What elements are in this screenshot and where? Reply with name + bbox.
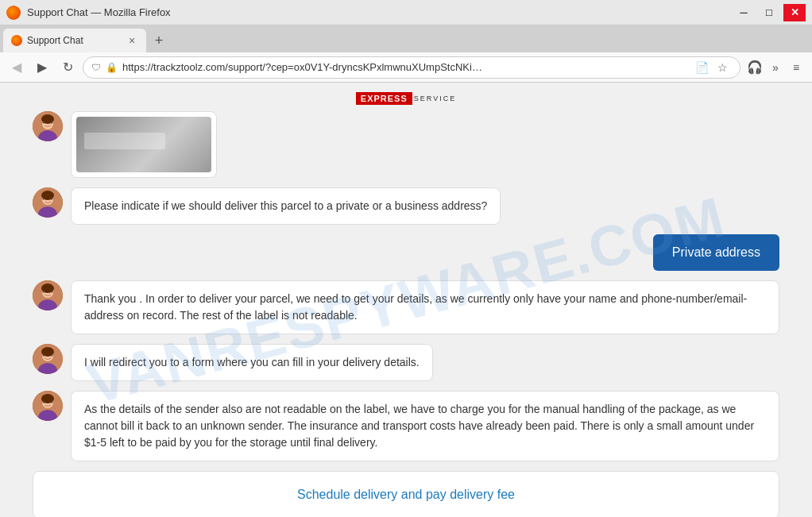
svg-point-24 [51,354,53,357]
sender-bubble: As the details of the sender also are no… [71,391,779,461]
address-bar: ◀ ▶ ↻ 🛡 🔒 https://trackztoolz.com/suppor… [0,52,812,83]
svg-point-11 [43,198,45,200]
pocket-icon[interactable]: 🎧 [745,58,764,77]
redirect-message-row: I will redirect you to a form where you … [33,344,779,381]
avatar-svg [33,111,63,141]
forward-button[interactable]: ▶ [32,57,52,78]
lock-icon: 🔒 [106,62,118,73]
tab-favicon [11,35,22,46]
address-input-wrap[interactable]: 🛡 🔒 https://trackztoolz.com/support/?cep… [83,56,740,79]
svg-point-29 [43,401,45,403]
tab-close-icon[interactable]: × [126,34,138,47]
extensions-button[interactable]: » [766,58,785,77]
avatar-5 [33,391,63,421]
maximize-button[interactable]: □ [758,4,780,21]
minimize-button[interactable]: ─ [733,4,755,21]
image-bubble [71,111,217,178]
schedule-button-wrap: Schedule delivery and pay delivery fee [33,471,779,517]
image-message-row [33,111,779,178]
tab-support-chat[interactable]: Support Chat × [3,29,146,52]
firefox-icon [6,6,21,20]
titlebar: Support Chat — Mozilla Firefox ─ □ ✕ [0,0,812,25]
svg-point-6 [51,122,53,124]
avatar-svg-2 [33,187,63,218]
avatar-svg-3 [33,280,63,311]
avatar-3 [33,280,63,311]
avatar-4 [33,344,63,374]
shield-icon: 🛡 [91,62,101,73]
question-bubble: Please indicate if we should deliver thi… [71,187,501,225]
menu-button[interactable]: ≡ [787,58,806,77]
parcel-image [76,117,211,172]
new-tab-button[interactable]: + [148,30,170,51]
svg-point-18 [51,291,53,293]
thankyou-text: Thank you . In order to deliver your par… [84,292,747,322]
sender-message-row: As the details of the sender also are no… [33,391,779,461]
bookmark-button[interactable]: ☆ [713,58,732,77]
thankyou-message-row: Thank you . In order to deliver your par… [33,280,779,334]
reload-button[interactable]: ↻ [57,57,78,78]
sender-text: As the details of the sender also are no… [84,403,754,449]
svg-point-23 [43,354,45,357]
question-message-row: Please indicate if we should deliver thi… [33,187,779,225]
redirect-bubble: I will redirect you to a form where you … [71,344,433,381]
avatar-2 [33,187,63,218]
close-button[interactable]: ✕ [783,4,806,21]
avatar-svg-4 [33,344,63,374]
svg-point-5 [43,122,45,124]
thankyou-bubble: Thank you . In order to deliver your par… [71,280,779,334]
chat-container: Please indicate if we should deliver thi… [33,111,779,517]
url-display: https://trackztoolz.com/support/?cep=ox0… [122,61,687,73]
svg-point-12 [51,198,53,200]
avatar-svg-5 [33,391,63,421]
toolbar-right: 🎧 » ≡ [745,58,806,77]
back-button[interactable]: ◀ [6,57,27,78]
private-address-button[interactable]: Private address [653,234,779,271]
page-content: VANRESPYWARE.COM EXPRESS SERVICE [0,83,812,517]
logo-main: EXPRESS [356,92,412,105]
reader-view-button[interactable]: 📄 [692,58,711,77]
address-actions: 📄 ☆ [692,58,732,77]
avatar [33,111,63,141]
tab-bar: Support Chat × + [0,25,812,52]
question-text: Please indicate if we should deliver thi… [84,199,487,212]
private-address-row: Private address [33,234,779,271]
redirect-text: I will redirect you to a form where you … [84,356,420,368]
tab-label: Support Chat [27,35,121,46]
svg-point-17 [43,291,45,293]
titlebar-title: Support Chat — Mozilla Firefox [27,6,171,18]
logo-sub: SERVICE [414,95,456,102]
titlebar-left: Support Chat — Mozilla Firefox [6,6,171,20]
svg-point-30 [51,401,53,403]
schedule-delivery-button[interactable]: Schedule delivery and pay delivery fee [33,472,779,517]
brand-logo: EXPRESS SERVICE [356,91,456,111]
titlebar-controls: ─ □ ✕ [733,4,806,21]
